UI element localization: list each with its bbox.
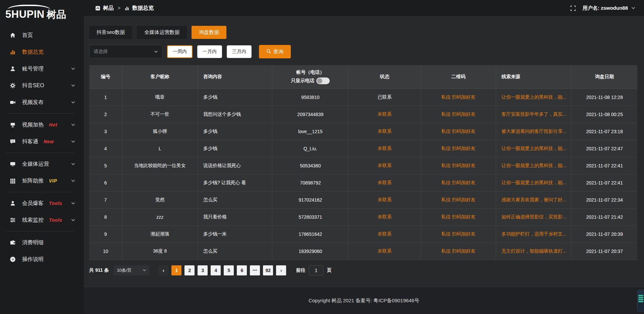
cell-source-link[interactable]: 让你一眼就爱上的黑科技，能... — [496, 157, 571, 174]
sidebar-item-home[interactable]: 首页 — [0, 27, 84, 44]
home-icon — [9, 32, 16, 39]
next-page-button[interactable]: › — [276, 265, 286, 275]
cell-nickname: zzz — [122, 208, 198, 225]
sidebar-menu: 首页 数据总览 账号管理 抖音SEO — [0, 25, 84, 268]
col-header-no: 编号 — [89, 65, 122, 89]
search-button[interactable]: 查询 — [259, 45, 291, 58]
page-button-1[interactable]: 1 — [171, 265, 181, 275]
tab-omnimedia-data[interactable]: 全媒体运营数据 — [137, 26, 187, 39]
gear-icon — [9, 82, 16, 89]
range-week-button[interactable]: 一周内 — [167, 45, 193, 58]
account-select[interactable]: 请选择 — [89, 45, 162, 58]
page-ellipsis-button[interactable]: ••• — [250, 265, 260, 275]
sidebar-item-label: 数据总览 — [22, 49, 44, 56]
sidebar-item-help[interactable]: ? 操作说明 — [0, 251, 84, 268]
cell-account: 70898792 — [272, 174, 348, 191]
widget-stripe — [638, 299, 643, 300]
page-button-2[interactable]: 2 — [184, 265, 195, 275]
cell-content: 多少钱 — [198, 89, 272, 106]
brand-logo: 5HUPIN树品 — [0, 3, 84, 25]
sidebar-item-label: 视频加热 — [22, 121, 44, 128]
cell-content: 多少钱? 让我死心 看 — [198, 174, 272, 191]
sidebar-item-data-overview[interactable]: 数据总览 — [0, 44, 84, 60]
cell-qr-links[interactable]: 私信 扫码加好友 — [421, 243, 496, 260]
phone-only-toggle[interactable] — [316, 77, 330, 84]
cell-source-link[interactable]: 感谢大家喜欢我家，被问了好... — [496, 191, 571, 208]
sidebar-item-omnimedia[interactable]: 全媒体运营 — [0, 156, 84, 172]
cell-source-link[interactable]: 被大家追着问的客厅投影分享... — [496, 123, 571, 140]
fullscreen-icon[interactable] — [570, 5, 576, 11]
cell-content: 怎么买 — [198, 191, 272, 208]
cell-account: 50534380 — [272, 157, 348, 174]
tab-inquiry-data[interactable]: 询盘数据 — [192, 26, 226, 39]
cell-content: 多少钱一米 — [198, 225, 272, 243]
table-row: 3 狐小狸 多少钱 love__1215 未联系 私信 扫码加好友 被大家追着问… — [89, 123, 637, 140]
chevron-down-icon — [71, 140, 75, 143]
floating-side-widget[interactable] — [637, 290, 644, 311]
col-header-date: 询盘日期 — [572, 65, 637, 89]
cell-status: 未联系 — [348, 243, 421, 260]
range-month-button[interactable]: 一月内 — [197, 45, 222, 58]
cell-nickname: 潮起潮落 — [122, 225, 198, 243]
sidebar-item-label: 会员爆客 — [22, 200, 44, 207]
cell-source-link[interactable]: 客厅安装投影半年多了，真实... — [496, 106, 571, 123]
cell-source-link[interactable]: 无主灯设计，智能磁吸轨道灯... — [496, 243, 571, 260]
sidebar-item-member-burst[interactable]: 会员爆客 Tools — [0, 195, 84, 212]
breadcrumb-root[interactable]: 树品 — [103, 5, 114, 12]
cell-content: 我想问这个多少钱 — [198, 106, 272, 123]
page-size-value: 10条/页 — [117, 267, 131, 273]
page-button-6[interactable]: 6 — [237, 265, 247, 275]
breadcrumb-current: 数据总览 — [132, 5, 154, 12]
user-menu[interactable]: 用户名: zswodun88 — [583, 5, 635, 11]
prev-page-button[interactable]: ‹ — [158, 265, 168, 275]
cell-qr-links[interactable]: 私信 扫码加好友 — [421, 140, 496, 157]
cell-no: 4 — [89, 140, 122, 157]
sidebar-item-label: 消费明细 — [22, 239, 44, 246]
select-placeholder: 请选择 — [94, 49, 108, 55]
cell-qr-links[interactable]: 私信 扫码加好友 — [421, 191, 496, 208]
page-button-92[interactable]: 92 — [263, 265, 273, 275]
cell-source-link[interactable]: 多功能护栏灯，适用于乡村文... — [496, 225, 571, 243]
cell-date: 2021-11-08 12:28 — [572, 89, 637, 106]
screen-heat-icon — [9, 121, 16, 128]
page-button-4[interactable]: 4 — [211, 265, 221, 275]
range-quarter-button[interactable]: 三月内 — [227, 45, 252, 58]
tab-douyin-seo-data[interactable]: 抖音seo数据 — [89, 26, 132, 39]
cell-source-link[interactable]: 让你一眼就爱上的黑科技，能... — [496, 89, 571, 106]
app-window: 5HUPIN树品 首页 数据总览 账号管理 — [0, 0, 644, 314]
sidebar-item-matrix-boost[interactable]: 矩阵助推 VIP — [0, 172, 84, 189]
cell-source-link[interactable]: 如何正确选择投影仪，买投影... — [496, 208, 571, 225]
cell-qr-links[interactable]: 私信 扫码加好友 — [421, 157, 496, 174]
topbar-right: 用户名: zswodun88 — [570, 5, 635, 11]
goto-page-input[interactable] — [309, 265, 323, 275]
cell-qr-links[interactable]: 私信 扫码加好友 — [421, 89, 496, 106]
cell-account: 572803371 — [272, 208, 348, 225]
cell-account: 178651642 — [272, 225, 348, 243]
sidebar-item-video-publish[interactable]: 视频发布 — [0, 94, 84, 111]
sidebar-item-account-mgmt[interactable]: 账号管理 — [0, 60, 84, 77]
sidebar-item-doukotong[interactable]: 抖客通 New — [0, 133, 84, 150]
cell-qr-links[interactable]: 私信 扫码加好友 — [421, 123, 496, 140]
cell-source-link[interactable]: 让你一眼就爱上的黑科技，能... — [496, 174, 571, 191]
cell-qr-links[interactable]: 私信 扫码加好友 — [421, 225, 496, 243]
sidebar-item-video-heat[interactable]: 视频加热 Hot — [0, 116, 84, 133]
cell-content: 多少钱 — [198, 140, 272, 157]
table-row: 5 当地比较能吃的一位美女 说说价格让我死心 50534380 未联系 私信 扫… — [89, 157, 637, 174]
page-size-select[interactable]: 10条/页 — [113, 265, 150, 275]
filter-row: 请选择 一周内 一月内 三月内 查询 — [89, 45, 637, 58]
main-area: 树品 > 数据总览 用户名: zswodun88 抖音seo数据 — [84, 0, 644, 314]
page-button-5[interactable]: 5 — [224, 265, 234, 275]
sidebar-item-label: 抖音SEO — [22, 82, 44, 89]
cell-qr-links[interactable]: 私信 扫码加好友 — [421, 174, 496, 191]
inquiry-table: 编号 客户昵称 咨询内容 帐号（电话） 只显示电话 状态 二维码 线索来源 询盘… — [89, 65, 637, 260]
page-button-3[interactable]: 3 — [198, 265, 208, 275]
sidebar-item-lead-monitor[interactable]: 线索监控 Tools — [0, 212, 84, 228]
cell-qr-links[interactable]: 私信 扫码加好友 — [421, 106, 496, 123]
sidebar-item-consume-detail[interactable]: 消费明细 — [0, 234, 84, 251]
cell-status: 未联系 — [348, 174, 421, 191]
table-row: 9 潮起潮落 多少钱一米 178651642 未联系 私信 扫码加好友 多功能护… — [89, 225, 637, 243]
sidebar-item-label: 全媒体运营 — [22, 161, 49, 168]
cell-qr-links[interactable]: 私信 扫码加好友 — [421, 208, 496, 225]
sidebar-item-douyin-seo[interactable]: 抖音SEO — [0, 77, 84, 94]
cell-source-link[interactable]: 让你一眼就爱上的黑科技，能... — [496, 140, 571, 157]
